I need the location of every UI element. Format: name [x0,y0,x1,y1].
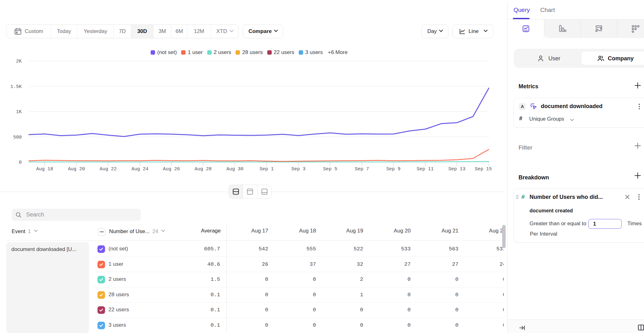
svg-text:Sep 5: Sep 5 [323,166,337,172]
svg-text:Aug 28: Aug 28 [195,166,212,172]
svg-text:1.5K: 1.5K [10,84,22,90]
svg-text:Aug 30: Aug 30 [226,166,243,172]
svg-text:Sep 3: Sep 3 [291,166,305,172]
svg-text:500: 500 [13,135,22,140]
svg-text:2K: 2K [16,59,22,64]
svg-text:Aug 22: Aug 22 [100,166,117,172]
svg-text:Sep 11: Sep 11 [417,166,434,172]
svg-text:0: 0 [19,160,22,165]
svg-text:Sep 13: Sep 13 [448,166,465,172]
svg-text:Sep 9: Sep 9 [386,166,400,172]
svg-text:Sep 1: Sep 1 [259,166,274,172]
svg-text:Sep 15: Sep 15 [475,166,492,172]
svg-text:Aug 18: Aug 18 [36,166,53,172]
svg-text:Aug 26: Aug 26 [163,166,180,172]
svg-text:Sep 7: Sep 7 [355,166,369,172]
svg-text:Aug 20: Aug 20 [68,166,85,172]
svg-text:Aug 24: Aug 24 [131,166,148,172]
svg-text:1K: 1K [16,109,22,115]
